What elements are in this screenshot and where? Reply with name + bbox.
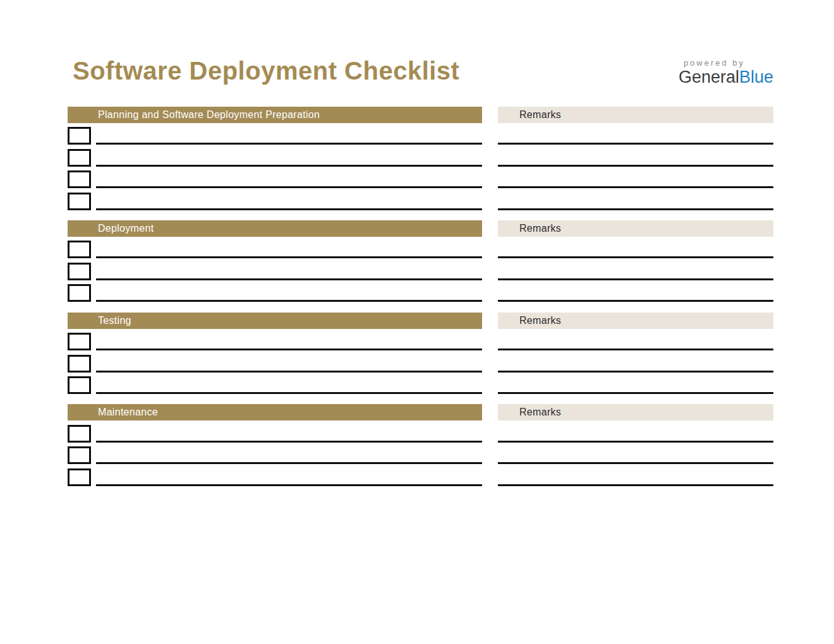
task-cell (68, 350, 482, 372)
column-gap (482, 107, 498, 123)
task-cell (68, 188, 482, 210)
remarks-cell (498, 329, 773, 350)
checklist-row (68, 237, 773, 258)
checklist-row (68, 464, 773, 486)
section-header: Testing (68, 313, 482, 329)
section-testing: TestingRemarks (68, 313, 773, 394)
task-cell (68, 123, 482, 145)
task-cell (68, 329, 482, 350)
checklist-table: Planning and Software Deployment Prepara… (68, 107, 773, 486)
brand-name: GeneralBlue (679, 68, 773, 86)
task-cell (68, 258, 482, 280)
remarks-cell (498, 123, 773, 145)
remarks-cell (498, 443, 773, 464)
page-title: Software Deployment Checklist (73, 57, 459, 85)
section-header-row: Planning and Software Deployment Prepara… (68, 107, 773, 123)
checkbox[interactable] (68, 241, 91, 258)
remarks-header: Remarks (498, 220, 773, 237)
brand-name-general: General (679, 68, 739, 86)
checkbox[interactable] (68, 468, 91, 486)
remarks-write-line[interactable] (498, 392, 773, 394)
remarks-write-line[interactable] (498, 484, 773, 486)
page-header: Software Deployment Checklist powered by… (73, 57, 773, 86)
section-header-row: TestingRemarks (68, 313, 773, 329)
task-cell (68, 280, 482, 302)
task-cell (68, 373, 482, 394)
remarks-cell (498, 373, 773, 394)
checklist-row (68, 188, 773, 210)
checkbox[interactable] (68, 376, 91, 394)
checklist-row (68, 145, 773, 166)
checklist-row (68, 420, 773, 442)
checkbox[interactable] (68, 446, 91, 464)
remarks-header: Remarks (498, 313, 773, 329)
remarks-cell (498, 464, 773, 486)
checkbox[interactable] (68, 193, 91, 210)
remarks-cell (498, 350, 773, 372)
section-header-row: MaintenanceRemarks (68, 404, 773, 420)
remarks-write-line[interactable] (498, 208, 773, 210)
checkbox[interactable] (68, 149, 91, 167)
remarks-cell (498, 280, 773, 302)
task-cell (68, 167, 482, 188)
checklist-row (68, 123, 773, 145)
section-deployment: DeploymentRemarks (68, 220, 773, 302)
checklist-row (68, 443, 773, 464)
powered-by-text: powered by (679, 58, 773, 68)
checkbox[interactable] (68, 425, 91, 443)
remarks-write-line[interactable] (498, 300, 773, 302)
task-write-line[interactable] (96, 208, 482, 210)
task-cell (68, 464, 482, 486)
remarks-header: Remarks (498, 107, 773, 123)
task-cell (68, 145, 482, 166)
checklist-row (68, 350, 773, 372)
remarks-cell (498, 167, 773, 188)
section-maintenance: MaintenanceRemarks (68, 404, 773, 486)
remarks-cell (498, 145, 773, 166)
remarks-cell (498, 188, 773, 210)
remarks-cell (498, 237, 773, 258)
checklist-row (68, 258, 773, 280)
checklist-row (68, 280, 773, 302)
column-gap (482, 404, 498, 420)
checkbox[interactable] (68, 333, 91, 350)
checkbox[interactable] (68, 263, 91, 280)
section-header-row: DeploymentRemarks (68, 220, 773, 237)
task-cell (68, 237, 482, 258)
task-write-line[interactable] (96, 484, 482, 486)
remarks-header: Remarks (498, 404, 773, 420)
checkbox[interactable] (68, 284, 91, 302)
checklist-row (68, 373, 773, 394)
task-cell (68, 443, 482, 464)
remarks-cell (498, 258, 773, 280)
column-gap (482, 313, 498, 329)
column-gap (482, 220, 498, 237)
remarks-cell (498, 420, 773, 442)
page: Software Deployment Checklist powered by… (0, 0, 834, 644)
checkbox[interactable] (68, 170, 91, 188)
brand-name-blue: Blue (739, 68, 773, 86)
checkbox[interactable] (68, 127, 91, 145)
section-header: Maintenance (68, 404, 482, 420)
brand-logo: powered by GeneralBlue (679, 57, 773, 86)
checkbox[interactable] (68, 355, 91, 373)
task-write-line[interactable] (96, 300, 482, 302)
checklist-row (68, 167, 773, 188)
task-cell (68, 420, 482, 442)
task-write-line[interactable] (96, 392, 482, 394)
section-planning-and-software-deployment-preparation: Planning and Software Deployment Prepara… (68, 107, 773, 210)
section-header: Deployment (68, 220, 482, 237)
checklist-row (68, 329, 773, 350)
section-header: Planning and Software Deployment Prepara… (68, 107, 482, 123)
